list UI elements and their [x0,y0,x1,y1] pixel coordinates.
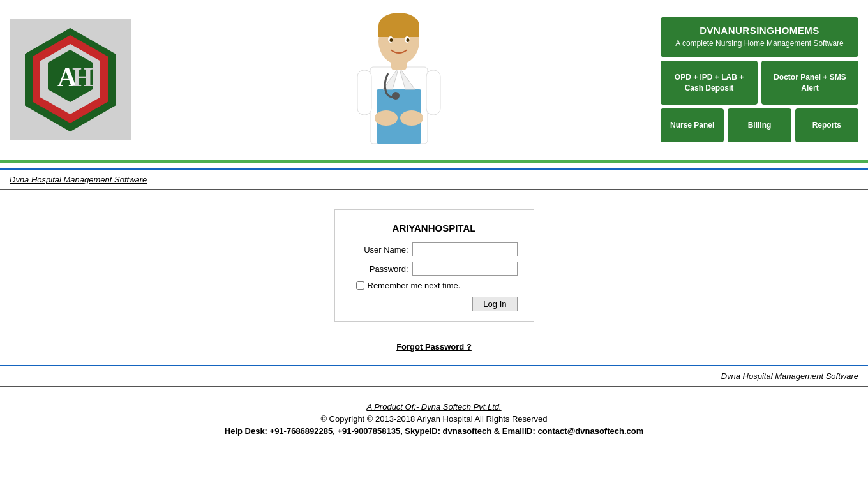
svg-rect-10 [357,70,371,115]
svg-point-22 [392,92,400,100]
doctor-panel-button[interactable]: Doctor Panel + SMS Alert [761,61,858,105]
remember-row: Remember me next time. [356,281,518,290]
svg-text:H: H [72,63,93,92]
login-box: ARIYANHOSPITAL User Name: Password: Reme… [334,209,534,322]
svg-point-13 [400,110,423,126]
svg-point-21 [407,38,410,42]
svg-rect-11 [426,70,440,115]
nav-brand: DVNANURSINGHOMEMS A complete Nursing Hom… [661,17,858,57]
nav-row-1: OPD + IPD + LAB + Cash Deposit Doctor Pa… [661,61,858,105]
forgot-password-link[interactable]: Forgot Password ? [396,342,472,352]
breadcrumb-top: Dvna Hospital Management Software [0,170,868,189]
opd-ipd-button[interactable]: OPD + IPD + LAB + Cash Deposit [661,61,758,105]
billing-button[interactable]: Billing [728,108,791,142]
username-row: User Name: [351,242,518,256]
reports-button[interactable]: Reports [795,108,858,142]
password-label: Password: [351,264,408,274]
svg-point-12 [375,110,398,126]
remember-checkbox[interactable] [356,281,364,290]
username-label: User Name: [351,245,408,255]
svg-point-20 [390,38,393,42]
footer-helpdesk: Help Desk: +91-7686892285, +91-900785813… [6,426,862,436]
doctor-image-area [137,6,661,153]
green-separator-top [0,161,868,163]
password-row: Password: [351,262,518,276]
footer-breadcrumb-link[interactable]: Dvna Hospital Management Software [721,371,858,381]
username-input[interactable] [412,242,518,256]
remember-label: Remember me next time. [368,281,461,290]
footer-copyright: © Copyright © 2013-2018 Ariyan Hospital … [6,414,862,424]
logo-area: A H [10,19,137,140]
svg-rect-17 [378,26,419,37]
nurse-panel-button[interactable]: Nurse Panel [661,108,724,142]
forgot-password-row: Forgot Password ? [0,341,868,352]
nav-row-2: Nurse Panel Billing Reports [661,108,858,142]
breadcrumb-link-top[interactable]: Dvna Hospital Management Software [10,175,147,184]
logo-box: A H [10,19,131,140]
footer-breadcrumb: Dvna Hospital Management Software [0,366,868,386]
footer-info: A Product Of:- Dvna Softech Pvt.Ltd. © C… [0,389,868,442]
thin-separator-2 [0,386,868,387]
password-input[interactable] [412,262,518,276]
doctor-illustration [351,6,447,153]
nav-area: DVNANURSINGHOMEMS A complete Nursing Hom… [661,17,858,142]
login-btn-row: Log In [351,297,518,311]
logo-icon: A H [16,26,124,134]
footer-product[interactable]: A Product Of:- Dvna Softech Pvt.Ltd. [6,402,862,412]
brand-tagline: A complete Nursing Home Management Softw… [667,38,852,49]
login-section: ARIYANHOSPITAL User Name: Password: Reme… [0,190,868,334]
login-button[interactable]: Log In [472,297,517,311]
header: A H [0,0,868,161]
login-title: ARIYANHOSPITAL [351,223,518,234]
brand-title: DVNANURSINGHOMEMS [667,25,852,36]
